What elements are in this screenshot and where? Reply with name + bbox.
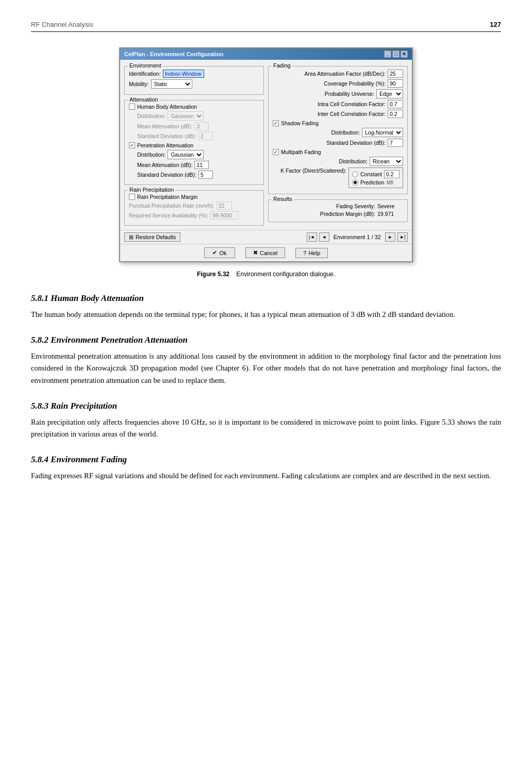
environment-group: Environment Identification: Indoor-Windo… [124,66,264,95]
coverage-prob-input[interactable]: 90 [388,79,403,88]
nav-next-button[interactable]: ► [385,232,395,242]
hb-mean-input: 3 [194,122,209,130]
section-5-8-3-text: Rain precipitation only affects frequenc… [31,416,501,440]
shadow-std-input[interactable]: 7 [388,139,403,147]
pen-distribution-label: Distribution: [137,152,165,158]
kfactor-row: K Factor (Direct/Scattered): Constant 0.… [273,167,403,188]
minimize-icon[interactable]: _ [384,51,391,58]
page-header: RF Channel Analysis 127 [31,21,501,32]
rain-margin-checkbox[interactable] [129,194,135,200]
pen-distribution-select[interactable]: Gaussian [168,150,204,159]
nav-prev-button[interactable]: ◄ [319,232,329,242]
required-input: 99.9000 [210,211,239,220]
mobility-row: Mobility: Static [129,79,259,89]
shadow-dist-row: Distribution: Log-Normal [273,128,403,137]
ok-button[interactable]: ✔ Ok [204,247,235,258]
attenuation-group: Attenuation Human Body Attenuation Distr… [124,100,264,185]
shadow-fading-checkbox[interactable] [273,120,279,126]
section-5-8-4-heading: 5.8.4 Environment Fading [31,455,501,465]
identification-row: Identification: Indoor-Window [129,70,259,78]
section-5-8-3: 5.8.3 Rain Precipitation Rain precipitat… [31,401,501,440]
penetration-checkbox[interactable] [129,142,135,148]
results-group-label: Results [272,196,294,202]
prob-universe-select[interactable]: Edge [376,89,403,98]
page-title: RF Channel Analysis [31,21,93,28]
kfactor-options: Constant 0.2 Prediction Mfl [348,167,403,188]
section-5-8-2-text: Environmental penetration attenuation is… [31,350,501,386]
penetration-row: Penetration Attenuation [129,142,259,148]
identification-input[interactable]: Indoor-Window [163,70,204,78]
ok-label: Ok [219,250,226,256]
mp-dist-select[interactable]: Ricean [370,157,403,166]
figure-caption: Figure 5.32 Environment configuration di… [31,271,501,278]
multipath-fading-checkbox[interactable] [273,149,279,155]
fading-severity-label: Fading Severity: [336,203,375,209]
prediction-margin-value: 19.971 [377,211,403,217]
punctual-label: Punctual Precipitation Rate (mm/h): [129,203,214,209]
pen-std-label: Standard Deviation (dB): [137,172,196,178]
rain-group: Rain Precipitation Rain Precipitation Ma… [124,190,264,226]
multipath-fading-label: Multipath Fading [281,149,321,155]
cancel-icon: ✖ [253,249,258,256]
close-icon[interactable]: ✕ [401,51,408,58]
inter-cell-input[interactable]: 0.2 [388,110,403,118]
cancel-button[interactable]: ✖ Cancel [245,247,285,258]
inter-cell-label: Inter Cell Correlation Factor: [318,111,386,117]
required-label: Required Service Availability (%): [129,212,208,219]
intra-cell-label: Intra Cell Correlation Factor: [318,101,386,107]
prob-universe-label: Probability Universe: [325,91,374,97]
fading-severity-value: Severe [377,203,403,209]
cancel-label: Cancel [260,250,277,256]
coverage-prob-label: Coverage Probability (%): [324,80,386,87]
fading-group: Fading Area Attenuation Factor (dB/Dec):… [268,66,408,194]
intra-cell-input[interactable]: 0.7 [388,100,403,108]
area-atten-input[interactable]: 25 [388,70,403,78]
nav-first-button[interactable]: |◄ [307,232,317,242]
dialog-container: CelPlan - Environment Configuration _ □ … [31,47,501,262]
penetration-label: Penetration Attenuation [137,142,193,148]
nav-last-button[interactable]: ►| [397,232,408,242]
punctual-row: Punctual Precipitation Rate (mm/h): 22 [129,201,259,210]
section-5-8-1: 5.8.1 Human Body Attenuation The human b… [31,293,501,321]
shadow-dist-select[interactable]: Log-Normal [362,128,403,137]
maximize-icon[interactable]: □ [392,51,400,58]
mp-dist-label: Distribution: [339,158,368,164]
kfactor-constant-input[interactable]: 0.2 [384,170,400,178]
mp-dist-row: Distribution: Ricean [273,157,403,166]
area-atten-row: Area Attenuation Factor (dB/Dec): 25 [273,70,403,78]
pen-mean-input[interactable]: 11 [194,161,209,169]
hb-std-input: 2 [198,132,213,140]
fading-group-label: Fading [272,62,292,69]
hb-mean-label: Mean Attenuation (dB): [137,123,192,129]
human-body-checkbox[interactable] [129,104,135,110]
restore-icon: ⊞ [129,234,134,240]
hb-distribution-select: Gaussian [168,111,204,121]
attenuation-group-label: Attenuation [128,96,160,103]
intra-cell-row: Intra Cell Correlation Factor: 0.7 [273,100,403,108]
prediction-margin-row: Prediction Margin (dB): 19.971 [273,211,403,217]
ok-icon: ✔ [212,249,217,256]
mobility-select[interactable]: Static [151,79,192,89]
rain-group-label: Rain Precipitation [128,187,175,193]
shadow-std-label: Standard Deviation (dB): [326,140,386,146]
restore-defaults-button[interactable]: ⊞ Restore Defaults [124,232,180,242]
help-icon: ? [303,250,306,256]
right-panel: Fading Area Attenuation Factor (dB/Dec):… [268,64,408,226]
kfactor-constant-radio[interactable] [352,171,358,177]
mobility-label: Mobility: [129,81,149,87]
human-body-label: Human Body Attenuation [137,104,197,110]
shadow-fading-label: Shadow Fading [281,120,319,126]
kfactor-prediction-radio[interactable] [352,179,358,186]
nav-bar: |◄ ◄ Environment 1 / 32 ► ►| [307,232,408,242]
hb-std-label: Standard Deviation (dB): [137,133,196,139]
human-body-fields: Distribution: Gaussian Mean Attenuation … [129,111,259,140]
penetration-fields: Distribution: Gaussian Mean Attenuation … [129,150,259,179]
help-button[interactable]: ? Help [295,248,328,258]
section-5-8-3-heading: 5.8.3 Rain Precipitation [31,401,501,411]
rain-margin-label: Rain Precipitation Margin [137,194,197,200]
pen-std-input[interactable]: 5 [198,171,213,179]
dialog-footer: ⊞ Restore Defaults |◄ ◄ Environment 1 / … [120,230,412,244]
restore-label: Restore Defaults [136,234,176,240]
help-label: Help [308,250,320,256]
figure-label: Figure 5.32 [197,271,229,278]
